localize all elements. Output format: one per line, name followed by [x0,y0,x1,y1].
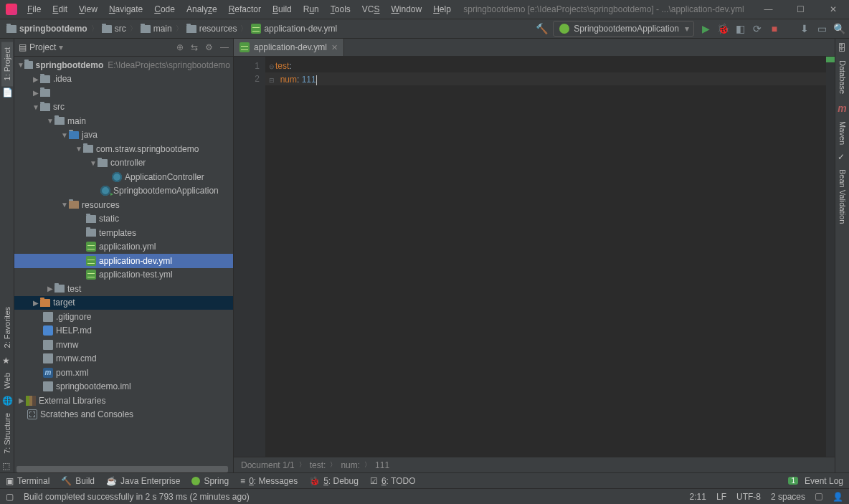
crumb-val[interactable]: 111 [375,460,389,470]
tree-mvnwcmd[interactable]: mvnw.cmd [14,352,233,366]
breadcrumb-src[interactable]: src [100,22,128,35]
indent[interactable]: 2 spaces [771,492,805,502]
menu-navigate[interactable]: Navigate [105,2,147,16]
tab-application-dev[interactable]: application-dev.yml ✕ [234,39,344,56]
menu-vcs[interactable]: VCS [358,2,384,16]
eventlog-button[interactable]: 1Event Log [788,476,843,486]
tree-scratch[interactable]: Scratches and Consoles [14,408,233,422]
tree-iml[interactable]: springbootdemo.iml [14,380,233,394]
minimize-button[interactable]: ― [752,0,784,19]
toolwindows-toggle[interactable]: ▢ [6,492,14,502]
update-button[interactable]: ⬇ [799,23,810,34]
maven-icon[interactable]: m [838,103,848,113]
menu-code[interactable]: Code [150,2,179,16]
breadcrumb-file[interactable]: application-dev.yml [249,22,339,35]
tree-package[interactable]: com.straw.springbootdemo [14,142,233,156]
todo-button[interactable]: ☑6: TODO [370,476,416,486]
build-icon[interactable]: 🔨 [536,23,547,34]
tree-pom[interactable]: mpom.xml [14,366,233,380]
search-everywhere-button[interactable]: 🔍 [833,23,845,34]
menu-analyze[interactable]: Analyze [182,2,222,16]
horizontal-scrollbar[interactable] [14,466,233,472]
close-button[interactable]: ✕ [817,0,849,19]
structure-toolwindow-tab[interactable]: 7: Structure [1,407,13,460]
favorites-toolwindow-tab[interactable]: 2: Favorites [1,301,13,353]
menu-tools[interactable]: Tools [326,2,355,16]
run-configuration-dropdown[interactable]: SpringbootdemoApplication [553,21,694,37]
messages-button[interactable]: ≡0: Messages [240,476,298,486]
hide-icon[interactable]: — [220,42,229,52]
menu-help[interactable]: Help [429,2,455,16]
tree-gitignore[interactable]: .gitignore [14,310,233,324]
bookmark-icon[interactable]: 📄 [2,87,12,98]
breadcrumb-main[interactable]: main [138,22,174,35]
menu-file[interactable]: File [23,2,45,16]
settings-icon[interactable]: ⚙ [205,42,213,52]
profile-button[interactable]: ⟳ [751,23,763,34]
breadcrumb-resources[interactable]: resources [184,22,239,35]
code-editor[interactable]: 1 2 ⊖test: ⊟ num: 111 [234,57,835,457]
stop-button[interactable]: ■ [769,23,780,34]
menu-run[interactable]: Run [299,2,323,16]
cursor-position[interactable]: 2:11 [690,492,706,502]
tree-static[interactable]: static [14,212,233,227]
close-tab-icon[interactable]: ✕ [331,43,338,52]
tree-help[interactable]: HELP.md [14,324,233,338]
tree-appyml[interactable]: application.yml [14,240,233,255]
locate-icon[interactable]: ⊕ [176,42,184,52]
maximize-button[interactable]: ☐ [784,0,817,19]
tree-controller[interactable]: controller [14,156,233,171]
build-toolwindow-button[interactable]: 🔨Build [61,476,95,486]
menu-build[interactable]: Build [268,2,296,16]
tree-extlib[interactable]: External Libraries [14,394,233,408]
tree-java[interactable]: java [14,128,233,143]
structure-button[interactable]: ▭ [816,23,827,34]
debug-toolwindow-button[interactable]: 🐞5: Debug [309,476,359,486]
inspector-icon[interactable]: 👤 [833,492,843,502]
maven-toolwindow-tab[interactable]: Maven [837,115,848,151]
web-icon[interactable]: 🌐 [2,396,12,406]
breadcrumb-root[interactable]: springbootdemo [4,22,90,35]
coverage-button[interactable]: ◧ [734,23,746,34]
tree-test[interactable]: test [14,282,233,296]
tree-appcontroller[interactable]: ApplicationController [14,170,233,184]
structure-icon[interactable]: ⬚ [2,461,12,471]
tree-target[interactable]: target [14,296,233,310]
tree-src[interactable]: src [14,100,233,115]
lock-icon[interactable] [815,493,822,500]
crumb-num[interactable]: num: [341,460,360,470]
error-stripe[interactable] [826,57,835,457]
tree-mainclass[interactable]: SpringbootdemoApplication [14,184,233,199]
tree-root[interactable]: springbootdemoE:\IdeaProjects\springboot… [14,58,233,72]
tree-main[interactable]: main [14,114,233,128]
tree-resources[interactable]: resources [14,198,233,212]
project-toolwindow-tab[interactable]: 1: Project [1,42,13,86]
line-ending[interactable]: LF [716,492,726,502]
run-button[interactable]: ▶ [700,23,711,34]
menu-refactor[interactable]: Refactor [224,2,265,16]
javaee-button[interactable]: ☕Java Enterprise [106,476,180,486]
debug-button[interactable]: 🐞 [717,23,729,34]
encoding[interactable]: UTF-8 [736,492,761,502]
tree-testyml[interactable]: application-test.yml [14,268,233,282]
star-icon[interactable]: ★ [2,356,12,366]
tree-templates[interactable]: templates [14,226,233,240]
bean-validation-tab[interactable]: Bean Validation [837,163,848,229]
bean-icon[interactable]: ✓ [838,152,848,162]
crumb-doc[interactable]: Document 1/1 [241,460,295,470]
database-toolwindow-tab[interactable]: Database [837,54,848,100]
spring-button[interactable]: Spring [191,476,229,486]
tree-devyml[interactable]: application-dev.yml [14,254,233,268]
web-toolwindow-tab[interactable]: Web [1,367,13,394]
menu-view[interactable]: View [75,2,102,16]
database-icon[interactable]: 🗄 [838,43,848,53]
menu-edit[interactable]: Edit [48,2,72,16]
menu-window[interactable]: Window [386,2,426,16]
tree-mvn[interactable] [14,86,233,100]
terminal-button[interactable]: ▣Terminal [6,476,49,486]
crumb-test[interactable]: test: [310,460,326,470]
collapse-icon[interactable]: ⇆ [191,42,198,52]
tree-idea[interactable]: .idea [14,72,233,87]
project-tree[interactable]: springbootdemoE:\IdeaProjects\springboot… [14,57,233,472]
tree-mvnw[interactable]: mvnw [14,338,233,352]
